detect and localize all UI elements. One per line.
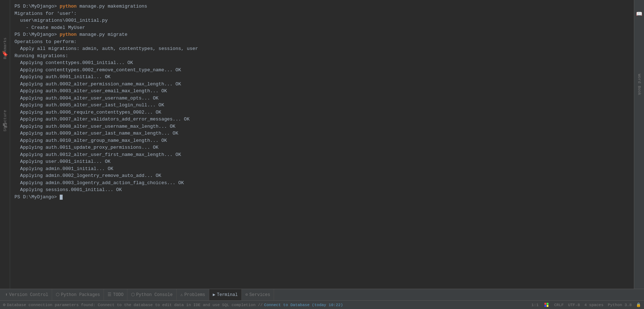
cursor-position: 1:1 [531, 303, 539, 307]
terminal-line: Applying sessions.0001_initial... OK [14, 186, 630, 194]
problems-icon: ⚠ [180, 292, 183, 297]
tab-terminal-label: Terminal [217, 292, 238, 297]
language[interactable]: Python 3.8 [608, 303, 632, 307]
terminal-line: Applying auth.0002_alter_permission_name… [14, 81, 630, 88]
status-settings-icon: ⚙ [3, 302, 5, 308]
bottom-tabs-bar: ⬆ Version Control ⬡ Python Packages ☰ TO… [0, 289, 644, 300]
line-ending[interactable]: CRLF [554, 303, 564, 307]
tab-terminal[interactable]: ▶ Terminal [209, 289, 242, 300]
terminal-line: Migrations for 'user': [14, 10, 630, 17]
tab-python-packages-label: Python Packages [61, 292, 100, 297]
terminal-line: Applying auth.0012_alter_user_first_name… [14, 151, 630, 158]
status-message: Database connection parameters found: Co… [7, 303, 262, 307]
right-sidebar: 📖 Word Book [634, 0, 644, 289]
terminal-icon: ▶ [213, 292, 215, 297]
terminal-prompt-cursor[interactable]: PS D:\MyDjango> [14, 194, 630, 201]
structure-label[interactable]: Structure [2, 109, 8, 133]
tab-python-console-label: Python Console [136, 292, 173, 297]
terminal-line: Applying auth.0001_initial... OK [14, 73, 630, 81]
terminal-line: Applying auth.0008_alter_user_username_m… [14, 123, 630, 130]
terminal-line: Applying admin.0003_logentry_add_action_… [14, 179, 630, 187]
services-icon: ⊙ [245, 292, 248, 297]
tab-python-packages[interactable]: ⬡ Python Packages [52, 289, 104, 300]
python-console-icon: ⬡ [131, 292, 135, 297]
encoding[interactable]: UTF-8 [568, 303, 580, 307]
indent[interactable]: 4 spaces [584, 303, 603, 307]
bookmarks-label[interactable]: Bookmarks [2, 36, 8, 60]
left-sidebar: Bookmarks 🔖 Structure 🏗 [0, 0, 10, 289]
terminal-line: - Create model MyUser [14, 24, 630, 31]
terminal-line: PS D:\MyDjango> python manage.py migrate [14, 31, 630, 38]
tab-problems[interactable]: ⚠ Problems [177, 289, 209, 300]
structure-icon: 🏗 [3, 123, 8, 129]
status-link[interactable]: Connect to Database (today 10:22) [264, 303, 343, 307]
terminal-line: PS D:\MyDjango> python manage.py makemig… [14, 3, 630, 10]
status-right: 1:1 CRLF UTF-8 4 spaces Python 3.8 🔒 [531, 302, 641, 307]
word-book-icon: 📖 [636, 11, 642, 17]
bookmark-icon: 🔖 [2, 51, 8, 57]
tab-todo-label: TODO [113, 292, 123, 297]
tab-problems-label: Problems [184, 292, 205, 297]
terminal-output: PS D:\MyDjango> python manage.py makemig… [10, 0, 634, 289]
terminal-line: Applying admin.0002_logentry_remove_auto… [14, 172, 630, 179]
tab-services[interactable]: ⊙ Services [242, 289, 274, 300]
status-bar: ⚙ Database connection parameters found: … [0, 300, 644, 309]
terminal-line: Applying user.0001_initial... OK [14, 158, 630, 165]
terminal-line: Applying contenttypes.0001_initial... OK [14, 59, 630, 67]
windows-logo [544, 303, 548, 307]
terminal-line: Applying contenttypes.0002_remove_conten… [14, 67, 630, 74]
terminal-line: Operations to perform: [14, 38, 630, 46]
terminal-cursor [60, 195, 63, 200]
tab-services-label: Services [249, 292, 270, 297]
terminal-line: Applying auth.0004_alter_user_username_o… [14, 95, 630, 102]
python-packages-icon: ⬡ [56, 292, 59, 297]
status-left: ⚙ Database connection parameters found: … [3, 302, 531, 308]
terminal-line: Applying auth.0005_alter_user_last_login… [14, 102, 630, 109]
terminal-line: Applying admin.0001_initial... OK [14, 165, 630, 173]
todo-icon: ☰ [108, 292, 111, 297]
word-book-label[interactable]: Word Book [636, 72, 642, 97]
terminal-line: Apply all migrations: admin, auth, conte… [14, 45, 630, 52]
tab-todo[interactable]: ☰ TODO [104, 289, 127, 300]
terminal-line: Applying auth.0010_alter_group_name_max_… [14, 137, 630, 144]
lock-icon: 🔒 [636, 302, 641, 307]
tab-version-control[interactable]: ⬆ Version Control [1, 289, 52, 300]
tab-python-console[interactable]: ⬡ Python Console [127, 289, 177, 300]
terminal-line: user\migrations\0001_initial.py [14, 17, 630, 24]
terminal-line: Applying auth.0011_update_proxy_permissi… [14, 144, 630, 151]
terminal-line: Applying auth.0006_require_contenttypes_… [14, 109, 630, 116]
terminal-line: Running migrations: [14, 52, 630, 60]
terminal-line: Applying auth.0009_alter_user_last_name_… [14, 130, 630, 137]
version-control-icon: ⬆ [5, 292, 8, 297]
terminal-line: Applying auth.0007_alter_validators_add_… [14, 116, 630, 123]
tab-version-control-label: Version Control [9, 292, 48, 297]
terminal-line: Applying auth.0003_alter_user_email_max_… [14, 88, 630, 95]
